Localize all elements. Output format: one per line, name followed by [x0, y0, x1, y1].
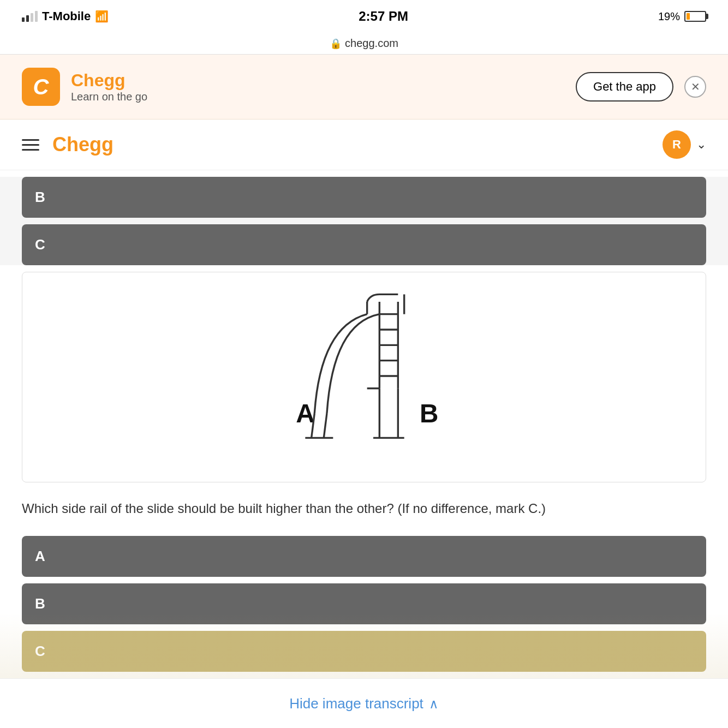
- close-banner-button[interactable]: ✕: [684, 76, 706, 98]
- carrier-name: T-Mobile: [42, 9, 91, 23]
- hide-transcript-section[interactable]: Hide image transcript ∧: [0, 678, 728, 728]
- chegg-logo: C: [22, 68, 60, 106]
- option-label-c-top: C: [35, 236, 45, 253]
- watermark-area: A B C: [0, 529, 728, 678]
- question-text: Which side rail of the slide should be b…: [22, 499, 706, 518]
- hide-transcript-label[interactable]: Hide image transcript: [289, 695, 423, 712]
- answer-options-top: B C: [0, 177, 728, 265]
- option-label-c: C: [35, 643, 45, 660]
- option-label-b-top: B: [35, 189, 45, 206]
- address-bar[interactable]: 🔒 chegg.com: [0, 33, 728, 55]
- answer-options-bottom: A B C: [0, 536, 728, 672]
- svg-text:A: A: [296, 399, 314, 428]
- slide-diagram: A B: [271, 289, 457, 463]
- list-item[interactable]: B: [22, 583, 706, 624]
- brand-name: Chegg: [71, 70, 147, 91]
- battery-icon: [684, 11, 706, 22]
- option-label-a: A: [35, 548, 45, 565]
- battery-percentage: 19%: [658, 10, 680, 23]
- nav-left: Chegg: [22, 133, 114, 156]
- status-bar: T-Mobile 📶 2:57 PM 19%: [0, 0, 728, 33]
- status-time: 2:57 PM: [359, 9, 408, 24]
- banner-brand: C Chegg Learn on the go: [22, 68, 147, 106]
- option-label-b: B: [35, 595, 45, 612]
- svg-text:B: B: [420, 399, 438, 428]
- brand-text: Chegg Learn on the go: [71, 70, 147, 103]
- list-item[interactable]: C: [22, 224, 706, 265]
- nav-brand-name: Chegg: [52, 133, 114, 156]
- url-display: 🔒 chegg.com: [330, 37, 398, 50]
- question-text-area: Which side rail of the slide should be b…: [0, 482, 728, 529]
- carrier-info: T-Mobile 📶: [22, 9, 109, 23]
- url-text: chegg.com: [345, 37, 398, 50]
- hamburger-menu[interactable]: [22, 139, 39, 151]
- main-nav: Chegg R ⌄: [0, 120, 728, 170]
- question-image-section: A B: [22, 272, 706, 482]
- svg-line-13: [324, 413, 327, 438]
- battery-info: 19%: [658, 10, 706, 23]
- wifi-icon: 📶: [95, 10, 109, 23]
- list-item[interactable]: B: [22, 177, 706, 218]
- banner-actions: Get the app ✕: [576, 72, 706, 102]
- brand-tagline: Learn on the go: [71, 91, 147, 103]
- app-banner: C Chegg Learn on the go Get the app ✕: [0, 55, 728, 120]
- list-item[interactable]: C: [22, 631, 706, 672]
- main-content: B C A B: [0, 177, 728, 728]
- avatar[interactable]: R: [663, 130, 691, 159]
- signal-icon: [22, 11, 38, 22]
- lock-icon: 🔒: [330, 38, 342, 50]
- chevron-down-icon[interactable]: ⌄: [696, 138, 706, 152]
- list-item[interactable]: A: [22, 536, 706, 577]
- chevron-up-icon[interactable]: ∧: [429, 696, 439, 712]
- nav-right[interactable]: R ⌄: [663, 130, 706, 159]
- get-app-button[interactable]: Get the app: [576, 72, 673, 102]
